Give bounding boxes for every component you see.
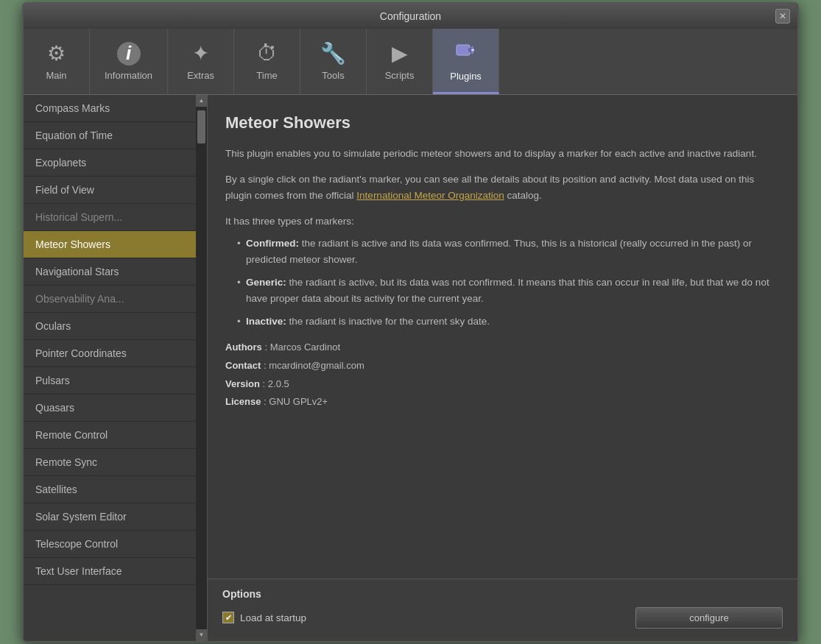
version-line: Version : 2.0.5 bbox=[225, 377, 780, 392]
sidebar-item-exoplanets[interactable]: Exoplanets bbox=[24, 149, 196, 177]
sidebar-item-oculars[interactable]: Oculars bbox=[24, 313, 196, 340]
load-at-startup-label: Load at startup bbox=[240, 612, 306, 623]
scroll-thumb[interactable] bbox=[197, 110, 205, 144]
tab-scripts-label: Scripts bbox=[385, 70, 415, 81]
tabs-bar: ⚙ Main i Information ✦ Extras ⏱ Time 🔧 T… bbox=[24, 29, 797, 95]
license-line: License : GNU GPLv2+ bbox=[225, 394, 780, 410]
options-panel: Options ✔ Load at startup configure bbox=[208, 578, 797, 641]
version-value: : 2.0.5 bbox=[263, 378, 289, 389]
tab-information[interactable]: i Information bbox=[90, 29, 168, 94]
plugins-icon bbox=[455, 39, 477, 66]
plugin-content: Meteor Showers This plugin enables you t… bbox=[208, 95, 797, 578]
contact-label: Contact bbox=[225, 360, 261, 371]
window-title: Configuration bbox=[380, 10, 441, 22]
configure-button[interactable]: configure bbox=[635, 607, 783, 629]
inactive-term: Inactive: bbox=[246, 316, 286, 327]
svg-point-4 bbox=[471, 49, 474, 52]
plugin-description-2: By a single click on the radiant's marke… bbox=[225, 171, 780, 203]
load-at-startup-checkbox[interactable]: ✔ bbox=[222, 612, 234, 623]
sidebar-item-text-user-interface[interactable]: Text User Interface bbox=[24, 558, 196, 585]
license-label: License bbox=[225, 396, 261, 407]
markers-intro: It has three types of markers: bbox=[225, 213, 780, 230]
sidebar-item-field-of-view[interactable]: Field of View bbox=[24, 177, 196, 204]
tab-time[interactable]: ⏱ Time bbox=[234, 29, 300, 94]
marker-inactive: Inactive: the radiant is inactive for th… bbox=[237, 314, 780, 330]
generic-desc: the radiant is active, but its data was … bbox=[246, 277, 769, 304]
confirmed-term: Confirmed: bbox=[246, 238, 299, 249]
marker-list: Confirmed: the radiant is active and its… bbox=[225, 236, 780, 330]
time-icon: ⏱ bbox=[257, 41, 278, 66]
tab-information-label: Information bbox=[105, 70, 152, 81]
sidebar-item-pointer-coordinates[interactable]: Pointer Coordinates bbox=[24, 340, 196, 367]
svg-rect-3 bbox=[471, 52, 473, 54]
options-row: ✔ Load at startup configure bbox=[222, 607, 783, 629]
authors-value: : Marcos Cardinot bbox=[264, 342, 340, 353]
extras-icon: ✦ bbox=[192, 41, 209, 66]
sidebar-item-telescope-control[interactable]: Telescope Control bbox=[24, 531, 196, 558]
sidebar-item-meteor-showers[interactable]: Meteor Showers bbox=[24, 231, 196, 258]
sidebar-item-remote-control[interactable]: Remote Control bbox=[24, 422, 196, 449]
scripts-icon: ▶ bbox=[392, 41, 408, 66]
scroll-track bbox=[196, 107, 207, 629]
authors-line: Authors : Marcos Cardinot bbox=[225, 340, 780, 355]
sidebar-item-historical-supern[interactable]: Historical Supern... bbox=[24, 204, 196, 231]
tab-time-label: Time bbox=[256, 70, 277, 81]
svg-rect-0 bbox=[457, 45, 470, 55]
tab-tools-label: Tools bbox=[322, 70, 344, 81]
tab-main-label: Main bbox=[46, 70, 66, 81]
sidebar-item-compass-marks[interactable]: Compass Marks bbox=[24, 95, 196, 122]
tab-extras[interactable]: ✦ Extras bbox=[168, 29, 234, 94]
plugin-title: Meteor Showers bbox=[225, 110, 780, 135]
authors-label: Authors bbox=[225, 342, 262, 353]
close-button[interactable]: ✕ bbox=[775, 9, 790, 24]
meta-info: Authors : Marcos Cardinot Contact : mcar… bbox=[225, 340, 780, 410]
plugin-description-1: This plugin enables you to simulate peri… bbox=[225, 146, 780, 162]
sidebar-container: Compass Marks Equation of Time Exoplanet… bbox=[24, 95, 208, 641]
information-icon: i bbox=[117, 42, 141, 66]
tab-plugins[interactable]: Plugins bbox=[433, 29, 499, 94]
svg-rect-2 bbox=[471, 46, 473, 48]
tools-icon: 🔧 bbox=[320, 41, 346, 66]
sidebar-item-navigational-stars[interactable]: Navigational Stars bbox=[24, 258, 196, 286]
tab-plugins-label: Plugins bbox=[450, 71, 482, 82]
tab-tools[interactable]: 🔧 Tools bbox=[300, 29, 367, 94]
sidebar-item-solar-system-editor[interactable]: Solar System Editor bbox=[24, 503, 196, 531]
sidebar-item-satellites[interactable]: Satellites bbox=[24, 476, 196, 503]
inactive-desc: the radiant is inactive for the current … bbox=[289, 316, 490, 327]
configuration-window: Configuration ✕ ⚙ Main i Information ✦ E… bbox=[22, 2, 799, 643]
confirmed-desc: the radiant is active and its data was c… bbox=[246, 238, 752, 265]
scroll-down-button[interactable]: ▼ bbox=[196, 629, 207, 641]
license-value: : GNU GPLv2+ bbox=[264, 396, 328, 407]
imo-link[interactable]: International Meteor Organization bbox=[356, 190, 504, 201]
generic-term: Generic: bbox=[246, 277, 286, 288]
marker-generic: Generic: the radiant is active, but its … bbox=[237, 275, 780, 306]
load-at-startup-row: ✔ Load at startup bbox=[222, 612, 306, 623]
sidebar-scrollbar: ▲ ▼ bbox=[196, 95, 207, 641]
tab-scripts[interactable]: ▶ Scripts bbox=[367, 29, 433, 94]
sidebar-list: Compass Marks Equation of Time Exoplanet… bbox=[24, 95, 196, 641]
sidebar-item-remote-sync[interactable]: Remote Sync bbox=[24, 449, 196, 476]
main-panel: Meteor Showers This plugin enables you t… bbox=[208, 95, 797, 641]
scroll-up-button[interactable]: ▲ bbox=[196, 95, 207, 107]
sidebar-item-pulsars[interactable]: Pulsars bbox=[24, 367, 196, 394]
version-label: Version bbox=[225, 378, 260, 389]
marker-confirmed: Confirmed: the radiant is active and its… bbox=[237, 236, 780, 267]
tab-main[interactable]: ⚙ Main bbox=[24, 29, 90, 94]
main-icon: ⚙ bbox=[47, 41, 66, 66]
contact-value: : mcardinot@gmail.com bbox=[264, 360, 364, 371]
tab-extras-label: Extras bbox=[187, 70, 214, 81]
sidebar-item-equation-of-time[interactable]: Equation of Time bbox=[24, 122, 196, 149]
checkbox-checkmark: ✔ bbox=[225, 613, 232, 623]
sidebar-item-quasars[interactable]: Quasars bbox=[24, 394, 196, 422]
options-title: Options bbox=[222, 588, 783, 600]
title-bar: Configuration ✕ bbox=[24, 4, 797, 29]
sidebar-item-observability-ana[interactable]: Observability Ana... bbox=[24, 286, 196, 313]
content-area: Compass Marks Equation of Time Exoplanet… bbox=[24, 95, 797, 641]
contact-line: Contact : mcardinot@gmail.com bbox=[225, 358, 780, 374]
